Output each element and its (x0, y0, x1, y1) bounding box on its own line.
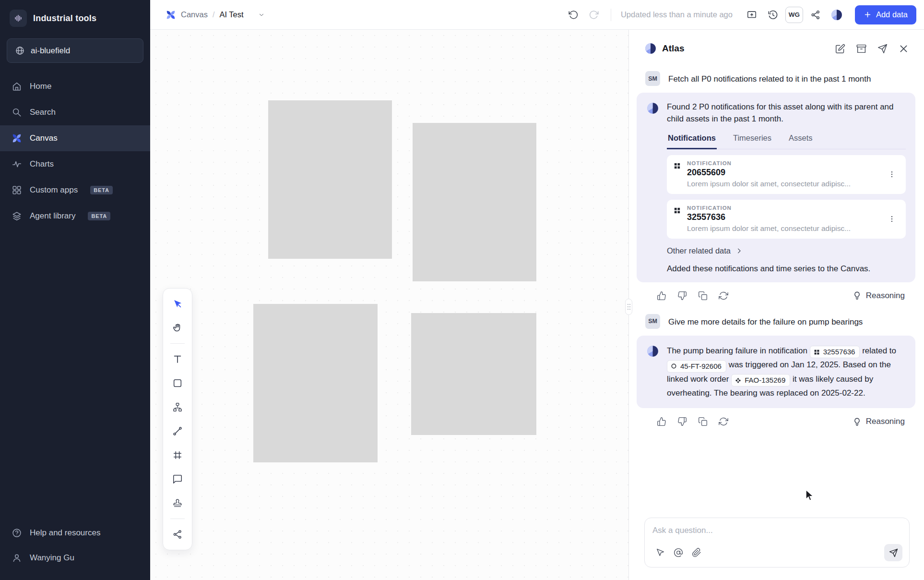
add-data-label: Add data (876, 10, 908, 19)
attachment-icon[interactable] (689, 545, 704, 560)
sidebar-item-label: Agent library (30, 211, 75, 221)
notification-icon (814, 349, 820, 355)
asset-icon (671, 363, 677, 369)
breadcrumb-page: AI Test (219, 10, 243, 19)
user-avatar: SM (645, 71, 660, 86)
send-message-button[interactable] (884, 544, 902, 561)
sidebar-item-agent-library[interactable]: Agent library BETA (0, 203, 150, 229)
work-order-chip[interactable]: FAO-135269 (731, 374, 790, 387)
select-tool[interactable] (166, 292, 189, 315)
reasoning-label: Reasoning (866, 417, 905, 426)
thumbs-up-icon[interactable] (656, 416, 667, 427)
kebab-menu-icon[interactable] (885, 212, 899, 226)
stamp-tool[interactable] (166, 492, 189, 515)
topbar: Canvas / AI Test Updated less than a mi (150, 0, 924, 30)
atlas-logo-icon[interactable] (828, 6, 845, 24)
app-logo-icon (10, 10, 27, 27)
history-icon[interactable] (764, 6, 782, 24)
reasoning-button[interactable]: Reasoning (853, 417, 905, 426)
assistant-message: The pump bearing failure in notification… (637, 336, 915, 409)
sidebar-item-user[interactable]: Wanying Gu (0, 545, 150, 570)
copy-icon[interactable] (697, 290, 709, 302)
send-icon[interactable] (874, 40, 890, 57)
canvas-surface[interactable] (150, 30, 628, 580)
mention-icon[interactable] (671, 545, 686, 560)
frame-tool[interactable] (166, 444, 189, 467)
flow-tool[interactable] (166, 396, 189, 419)
user-avatar: SM (645, 314, 660, 329)
workspace-selector[interactable]: ai-bluefield (7, 38, 143, 63)
copy-icon[interactable] (697, 416, 709, 427)
present-icon[interactable] (743, 6, 760, 24)
globe-icon (15, 46, 25, 56)
sidebar-footer: Help and resources Wanying Gu (0, 520, 150, 580)
share-icon[interactable] (807, 6, 824, 24)
user-message: SM Give me more details for the failure … (645, 314, 915, 329)
workarea: Atlas (150, 30, 924, 580)
sidebar-item-label: Help and resources (30, 528, 100, 538)
beta-badge: BETA (88, 212, 110, 220)
canvas-shape[interactable] (411, 313, 536, 435)
archive-icon[interactable] (853, 40, 869, 57)
notification-card[interactable]: NOTIFICATION 20655609 Lorem ipsum dolor … (667, 155, 906, 194)
other-related-data-link[interactable]: Other related data (667, 246, 906, 255)
sidebar-item-custom-apps[interactable]: Custom apps BETA (0, 177, 150, 203)
add-data-button[interactable]: Add data (855, 5, 916, 24)
thumbs-down-icon[interactable] (676, 416, 688, 427)
save-status: Updated less than a minute ago (621, 10, 733, 19)
sidebar-item-search[interactable]: Search (0, 99, 150, 125)
atlas-logo-icon (644, 42, 657, 55)
asset-chip[interactable]: 45-FT-92606 (667, 360, 726, 373)
chat-scroll-area[interactable]: SM Fetch all P0 notifications related to… (629, 63, 924, 512)
canvas-shape[interactable] (268, 100, 392, 259)
canvas-app-icon (166, 10, 176, 20)
notification-card[interactable]: NOTIFICATION 32557636 Lorem ipsum dolor … (667, 200, 906, 239)
sidebar-item-help[interactable]: Help and resources (0, 520, 150, 545)
user-avatar-badge[interactable]: WG (785, 7, 803, 23)
question-input[interactable] (652, 526, 902, 535)
notification-chip[interactable]: 32557636 (810, 346, 860, 358)
panel-header-actions (832, 40, 912, 57)
canvas-toolbar (163, 288, 192, 550)
message-actions: Reasoning (656, 416, 905, 427)
thumbs-down-icon[interactable] (676, 290, 688, 302)
panel-resize-handle[interactable] (625, 299, 632, 315)
sidebar: Industrial tools ai-bluefield Home (0, 0, 150, 580)
breadcrumb-separator: / (213, 11, 214, 19)
close-icon[interactable] (895, 40, 912, 57)
canvas-title-dropdown[interactable]: AI Test (219, 6, 264, 24)
sidebar-item-canvas[interactable]: Canvas (0, 125, 150, 151)
sidebar-item-charts[interactable]: Charts (0, 151, 150, 177)
home-icon (12, 81, 22, 92)
atlas-avatar-icon (646, 102, 659, 115)
hand-tool[interactable] (166, 316, 189, 339)
reasoning-label: Reasoning (866, 291, 905, 301)
notification-icon (674, 207, 681, 214)
thumbs-up-icon[interactable] (656, 290, 667, 302)
comment-tool[interactable] (166, 468, 189, 491)
assistant-message-body: The pump bearing failure in notification… (667, 344, 906, 400)
pointer-select-icon[interactable] (652, 545, 668, 560)
canvas-shape[interactable] (413, 123, 536, 281)
card-description: Lorem ipsum dolor sit amet, consectetur … (687, 224, 878, 233)
reasoning-button[interactable]: Reasoning (853, 291, 905, 301)
tab-assets[interactable]: Assets (788, 133, 814, 149)
regenerate-icon[interactable] (718, 290, 729, 302)
shape-tool[interactable] (166, 372, 189, 395)
canvas-shape[interactable] (253, 304, 378, 462)
edit-icon[interactable] (832, 40, 848, 57)
undo-button[interactable] (565, 6, 582, 24)
card-id: 20655609 (687, 168, 878, 178)
tab-notifications[interactable]: Notifications (667, 133, 717, 149)
tab-timeseries[interactable]: Timeseries (732, 133, 772, 149)
toolbar-divider (170, 519, 185, 519)
regenerate-icon[interactable] (718, 416, 729, 427)
redo-button[interactable] (586, 6, 603, 24)
network-tool[interactable] (166, 523, 189, 546)
connector-tool[interactable] (166, 420, 189, 443)
toolbar-divider (170, 343, 185, 344)
sidebar-item-home[interactable]: Home (0, 73, 150, 99)
text-tool[interactable] (166, 348, 189, 371)
kebab-menu-icon[interactable] (885, 167, 899, 181)
text-segment: The pump bearing failure in notification (667, 346, 807, 355)
